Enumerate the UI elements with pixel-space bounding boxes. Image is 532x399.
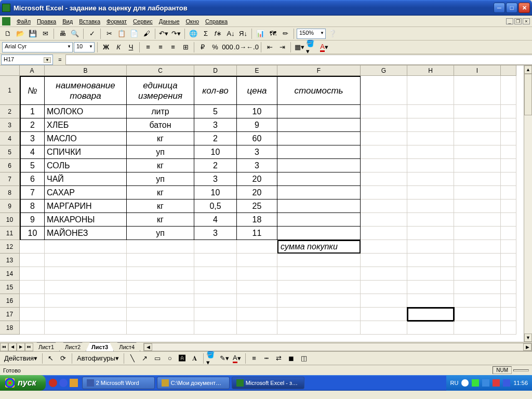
cell-J16[interactable] <box>501 294 516 308</box>
undo-icon[interactable]: ↶▾ <box>158 28 169 39</box>
actions-menu[interactable]: Действия ▾ <box>2 353 39 364</box>
row-12[interactable]: 12 <box>0 240 20 254</box>
cell-H13[interactable] <box>407 254 454 267</box>
cell-G9[interactable] <box>361 200 407 213</box>
cell-G1[interactable] <box>361 76 407 105</box>
wordart-icon[interactable]: 𝐀 <box>189 353 201 364</box>
cell-J12[interactable] <box>501 240 516 254</box>
col-B[interactable]: B <box>45 65 127 76</box>
cell-B10[interactable]: МАКАРОНЫ <box>45 213 127 227</box>
horizontal-scrollbar[interactable]: ◀ ▶ <box>143 343 532 351</box>
cell-C9[interactable]: кг <box>127 200 194 213</box>
cell-B16[interactable] <box>45 294 127 308</box>
cell-E15[interactable] <box>237 281 277 294</box>
cell-E16[interactable] <box>237 294 277 308</box>
cell-F10[interactable] <box>277 213 361 227</box>
cell-C18[interactable] <box>127 321 194 335</box>
cell-G11[interactable] <box>361 227 407 240</box>
tray-icon-4[interactable] <box>493 379 500 387</box>
cell-G7[interactable] <box>361 172 407 186</box>
cell-I11[interactable] <box>454 227 501 240</box>
cell-H17[interactable] <box>407 308 454 321</box>
cell-H1[interactable] <box>407 76 454 105</box>
bold-icon[interactable]: Ж <box>100 42 112 53</box>
menu-help[interactable]: Справка <box>202 17 231 25</box>
cell-F2[interactable] <box>277 105 361 118</box>
cell-I15[interactable] <box>454 281 501 294</box>
cell-B3[interactable]: ХЛЕБ <box>45 118 127 132</box>
cell-E2[interactable]: 10 <box>237 105 277 118</box>
cell-I4[interactable] <box>454 132 501 145</box>
cell-E3[interactable]: 9 <box>237 118 277 132</box>
start-button[interactable]: пуск <box>0 375 46 391</box>
textbox-icon[interactable]: 🅰 <box>177 353 188 364</box>
cell-D10[interactable]: 4 <box>194 213 237 227</box>
cell-G14[interactable] <box>361 267 407 281</box>
cell-A13[interactable] <box>20 254 45 267</box>
zoom-combo[interactable]: 150% <box>297 29 326 39</box>
cell-F13[interactable] <box>277 254 361 267</box>
cell-D14[interactable] <box>194 267 237 281</box>
size-combo[interactable]: 10 <box>74 42 95 52</box>
cell-J3[interactable] <box>501 118 516 132</box>
copy-icon[interactable]: 📋 <box>116 28 127 39</box>
cell-B13[interactable] <box>45 254 127 267</box>
comma-icon[interactable]: 000 <box>222 42 233 53</box>
cell-A14[interactable] <box>20 267 45 281</box>
open-icon[interactable]: 📂 <box>15 28 26 39</box>
language-indicator[interactable]: RU <box>450 380 459 386</box>
cell-F3[interactable] <box>277 118 361 132</box>
menu-window[interactable]: Окно <box>183 17 203 25</box>
dec-indent-icon[interactable]: ⇤ <box>264 42 275 53</box>
hyperlink-icon[interactable]: 🌐 <box>188 28 199 39</box>
cell-E14[interactable] <box>237 267 277 281</box>
taskbar-item-1[interactable]: C:\Мои документ… <box>157 377 230 389</box>
cell-G8[interactable] <box>361 186 407 200</box>
cell-C3[interactable]: батон <box>127 118 194 132</box>
cell-D3[interactable]: 3 <box>194 118 237 132</box>
cell-I2[interactable] <box>454 105 501 118</box>
scroll-thumb[interactable] <box>524 74 532 115</box>
cell-C14[interactable] <box>127 267 194 281</box>
cell-B12[interactable] <box>45 240 127 254</box>
select-icon[interactable]: ↖ <box>45 353 57 364</box>
inc-decimal-icon[interactable]: .0→ <box>234 42 246 53</box>
cell-I7[interactable] <box>454 172 501 186</box>
cell-B2[interactable]: МОЛОКО <box>45 105 127 118</box>
cell-I8[interactable] <box>454 186 501 200</box>
row-3[interactable]: 3 <box>0 118 20 132</box>
line-color-icon[interactable]: ✎▾ <box>219 353 230 364</box>
cell-I6[interactable] <box>454 159 501 172</box>
cell-B18[interactable] <box>45 321 127 335</box>
cell-I13[interactable] <box>454 254 501 267</box>
maximize-button[interactable]: □ <box>506 3 517 13</box>
inc-indent-icon[interactable]: ⇥ <box>276 42 288 53</box>
cell-C10[interactable]: кг <box>127 213 194 227</box>
ql-icon-1[interactable] <box>49 379 57 387</box>
cell-D7[interactable]: 3 <box>194 172 237 186</box>
cell-A5[interactable]: 4 <box>20 145 45 159</box>
cell-D4[interactable]: 2 <box>194 132 237 145</box>
vertical-scrollbar[interactable]: ▲ ▼ <box>524 65 532 342</box>
close-button[interactable]: ✕ <box>518 3 530 13</box>
font-color-icon[interactable]: А▾ <box>318 42 330 53</box>
cell-A4[interactable]: 3 <box>20 132 45 145</box>
cell-C6[interactable]: кг <box>127 159 194 172</box>
cell-J4[interactable] <box>501 132 516 145</box>
cell-H16[interactable] <box>407 294 454 308</box>
cell-D1[interactable]: кол-во <box>194 76 237 105</box>
rotate-icon[interactable]: ⟳ <box>58 353 69 364</box>
cell-I18[interactable] <box>454 321 501 335</box>
cell-J1[interactable] <box>501 76 516 105</box>
cell-B6[interactable]: СОЛЬ <box>45 159 127 172</box>
row-10[interactable]: 10 <box>0 213 20 227</box>
tab-last-icon[interactable]: ⏭ <box>25 343 33 351</box>
cell-D17[interactable] <box>194 308 237 321</box>
cell-J6[interactable] <box>501 159 516 172</box>
mail-icon[interactable]: ✉ <box>39 28 51 39</box>
tab-prev-icon[interactable]: ◀ <box>8 343 17 351</box>
cell-B14[interactable] <box>45 267 127 281</box>
sheet-tab-Лист3[interactable]: Лист3 <box>86 342 114 351</box>
row-4[interactable]: 4 <box>0 132 20 145</box>
cell-F8[interactable] <box>277 186 361 200</box>
